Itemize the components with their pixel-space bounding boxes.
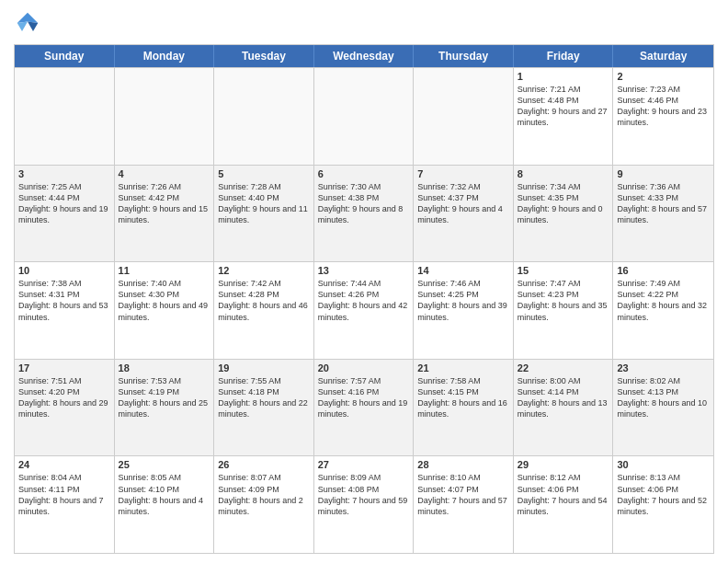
day-number: 23 — [617, 362, 710, 373]
day-info: Sunrise: 7:42 AM Sunset: 4:28 PM Dayligh… — [218, 278, 310, 323]
day-number: 17 — [18, 362, 110, 373]
cal-cell: 14Sunrise: 7:46 AM Sunset: 4:25 PM Dayli… — [414, 262, 514, 359]
day-info: Sunrise: 8:10 AM Sunset: 4:07 PM Dayligh… — [417, 472, 509, 517]
cal-cell: 24Sunrise: 8:04 AM Sunset: 4:11 PM Dayli… — [15, 456, 115, 553]
cal-cell: 6Sunrise: 7:30 AM Sunset: 4:38 PM Daylig… — [314, 166, 415, 262]
page: SundayMondayTuesdayWednesdayThursdayFrid… — [0, 0, 728, 563]
day-number: 19 — [218, 362, 310, 373]
day-info: Sunrise: 7:51 AM Sunset: 4:20 PM Dayligh… — [18, 375, 110, 420]
day-info: Sunrise: 7:28 AM Sunset: 4:40 PM Dayligh… — [218, 181, 310, 226]
cal-cell: 1Sunrise: 7:21 AM Sunset: 4:48 PM Daylig… — [514, 68, 614, 165]
cal-cell: 16Sunrise: 7:49 AM Sunset: 4:22 PM Dayli… — [613, 262, 713, 359]
cal-cell: 13Sunrise: 7:44 AM Sunset: 4:26 PM Dayli… — [314, 262, 415, 359]
cal-cell: 2Sunrise: 7:23 AM Sunset: 4:46 PM Daylig… — [613, 68, 713, 165]
cal-cell: 26Sunrise: 8:07 AM Sunset: 4:09 PM Dayli… — [214, 456, 314, 553]
calendar: SundayMondayTuesdayWednesdayThursdayFrid… — [14, 44, 714, 554]
day-number: 18 — [119, 362, 210, 373]
day-number: 6 — [318, 168, 410, 179]
cal-cell: 27Sunrise: 8:09 AM Sunset: 4:08 PM Dayli… — [314, 456, 415, 553]
cal-cell: 5Sunrise: 7:28 AM Sunset: 4:40 PM Daylig… — [214, 166, 314, 262]
cal-cell — [214, 68, 314, 165]
cal-cell — [15, 68, 115, 165]
header-day-saturday: Saturday — [613, 45, 713, 67]
calendar-header: SundayMondayTuesdayWednesdayThursdayFrid… — [15, 45, 713, 67]
day-number: 9 — [617, 168, 710, 179]
day-number: 29 — [518, 459, 609, 470]
cal-cell: 21Sunrise: 7:58 AM Sunset: 4:15 PM Dayli… — [414, 360, 514, 456]
cal-cell: 10Sunrise: 7:38 AM Sunset: 4:31 PM Dayli… — [15, 262, 115, 359]
day-number: 12 — [218, 265, 310, 276]
cal-cell — [414, 68, 514, 165]
day-number: 14 — [417, 265, 509, 276]
cal-cell: 30Sunrise: 8:13 AM Sunset: 4:06 PM Dayli… — [613, 456, 713, 553]
cal-cell: 3Sunrise: 7:25 AM Sunset: 4:44 PM Daylig… — [15, 166, 115, 262]
day-number: 24 — [18, 459, 110, 470]
day-info: Sunrise: 8:00 AM Sunset: 4:14 PM Dayligh… — [518, 375, 609, 420]
day-info: Sunrise: 7:57 AM Sunset: 4:16 PM Dayligh… — [318, 375, 410, 420]
day-info: Sunrise: 8:12 AM Sunset: 4:06 PM Dayligh… — [518, 472, 609, 517]
day-info: Sunrise: 7:49 AM Sunset: 4:22 PM Dayligh… — [617, 278, 710, 323]
logo — [14, 9, 45, 37]
cal-cell: 20Sunrise: 7:57 AM Sunset: 4:16 PM Dayli… — [314, 360, 415, 456]
day-info: Sunrise: 7:26 AM Sunset: 4:42 PM Dayligh… — [119, 181, 210, 226]
day-number: 11 — [119, 265, 210, 276]
header-day-sunday: Sunday — [15, 45, 115, 67]
day-number: 30 — [617, 459, 710, 470]
day-info: Sunrise: 7:34 AM Sunset: 4:35 PM Dayligh… — [518, 181, 609, 226]
cal-cell: 28Sunrise: 8:10 AM Sunset: 4:07 PM Dayli… — [414, 456, 514, 553]
cal-cell: 18Sunrise: 7:53 AM Sunset: 4:19 PM Dayli… — [115, 360, 215, 456]
day-info: Sunrise: 7:21 AM Sunset: 4:48 PM Dayligh… — [518, 84, 609, 129]
day-info: Sunrise: 7:30 AM Sunset: 4:38 PM Dayligh… — [318, 181, 410, 226]
cal-cell: 9Sunrise: 7:36 AM Sunset: 4:33 PM Daylig… — [613, 166, 713, 262]
day-info: Sunrise: 8:05 AM Sunset: 4:10 PM Dayligh… — [119, 472, 210, 517]
header-day-tuesday: Tuesday — [214, 45, 314, 67]
svg-marker-2 — [17, 22, 28, 32]
header-day-monday: Monday — [115, 45, 215, 67]
cal-cell — [314, 68, 415, 165]
day-number: 15 — [518, 265, 609, 276]
day-number: 28 — [417, 459, 509, 470]
day-info: Sunrise: 8:07 AM Sunset: 4:09 PM Dayligh… — [218, 472, 310, 517]
day-info: Sunrise: 7:46 AM Sunset: 4:25 PM Dayligh… — [417, 278, 509, 323]
header — [14, 9, 714, 37]
day-number: 8 — [518, 168, 609, 179]
week-row-5: 24Sunrise: 8:04 AM Sunset: 4:11 PM Dayli… — [15, 455, 713, 553]
cal-cell: 11Sunrise: 7:40 AM Sunset: 4:30 PM Dayli… — [115, 262, 215, 359]
cal-cell: 17Sunrise: 7:51 AM Sunset: 4:20 PM Dayli… — [15, 360, 115, 456]
day-info: Sunrise: 7:25 AM Sunset: 4:44 PM Dayligh… — [18, 181, 110, 226]
day-info: Sunrise: 7:58 AM Sunset: 4:15 PM Dayligh… — [417, 375, 509, 420]
calendar-body: 1Sunrise: 7:21 AM Sunset: 4:48 PM Daylig… — [15, 67, 713, 553]
svg-marker-1 — [28, 22, 38, 32]
day-info: Sunrise: 7:38 AM Sunset: 4:31 PM Dayligh… — [18, 278, 110, 323]
day-info: Sunrise: 7:47 AM Sunset: 4:23 PM Dayligh… — [518, 278, 609, 323]
day-number: 5 — [218, 168, 310, 179]
day-info: Sunrise: 7:36 AM Sunset: 4:33 PM Dayligh… — [617, 181, 710, 226]
cal-cell: 29Sunrise: 8:12 AM Sunset: 4:06 PM Dayli… — [514, 456, 614, 553]
cal-cell: 8Sunrise: 7:34 AM Sunset: 4:35 PM Daylig… — [514, 166, 614, 262]
day-info: Sunrise: 7:40 AM Sunset: 4:30 PM Dayligh… — [119, 278, 210, 323]
cal-cell — [115, 68, 215, 165]
day-number: 16 — [617, 265, 710, 276]
day-number: 20 — [318, 362, 410, 373]
day-number: 27 — [318, 459, 410, 470]
cal-cell: 15Sunrise: 7:47 AM Sunset: 4:23 PM Dayli… — [514, 262, 614, 359]
day-info: Sunrise: 7:32 AM Sunset: 4:37 PM Dayligh… — [417, 181, 509, 226]
cal-cell: 25Sunrise: 8:05 AM Sunset: 4:10 PM Dayli… — [115, 456, 215, 553]
cal-cell: 22Sunrise: 8:00 AM Sunset: 4:14 PM Dayli… — [514, 360, 614, 456]
day-number: 22 — [518, 362, 609, 373]
header-day-thursday: Thursday — [414, 45, 514, 67]
day-info: Sunrise: 7:44 AM Sunset: 4:26 PM Dayligh… — [318, 278, 410, 323]
day-number: 13 — [318, 265, 410, 276]
header-day-wednesday: Wednesday — [314, 45, 415, 67]
day-number: 3 — [18, 168, 110, 179]
day-info: Sunrise: 8:02 AM Sunset: 4:13 PM Dayligh… — [617, 375, 710, 420]
week-row-2: 3Sunrise: 7:25 AM Sunset: 4:44 PM Daylig… — [15, 165, 713, 262]
cal-cell: 12Sunrise: 7:42 AM Sunset: 4:28 PM Dayli… — [214, 262, 314, 359]
cal-cell: 4Sunrise: 7:26 AM Sunset: 4:42 PM Daylig… — [115, 166, 215, 262]
day-number: 2 — [617, 71, 710, 82]
day-number: 10 — [18, 265, 110, 276]
week-row-3: 10Sunrise: 7:38 AM Sunset: 4:31 PM Dayli… — [15, 261, 713, 359]
day-number: 4 — [119, 168, 210, 179]
day-info: Sunrise: 7:55 AM Sunset: 4:18 PM Dayligh… — [218, 375, 310, 420]
day-info: Sunrise: 8:09 AM Sunset: 4:08 PM Dayligh… — [318, 472, 410, 517]
